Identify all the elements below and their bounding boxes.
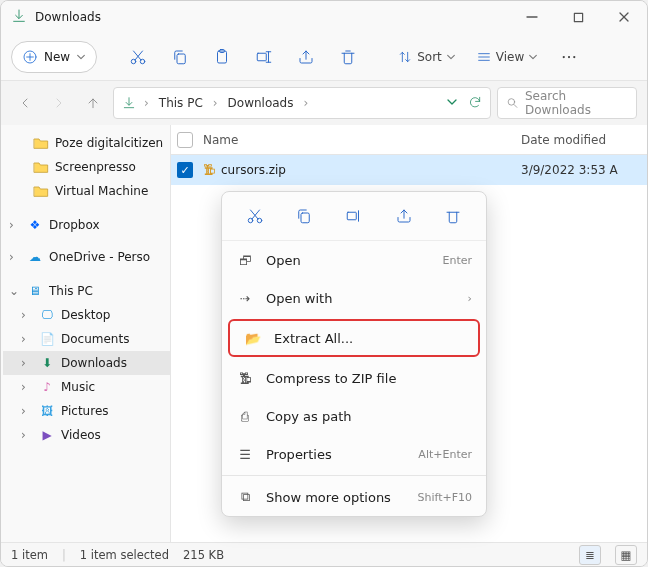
chevron-down-icon[interactable] — [446, 96, 458, 111]
breadcrumb-current[interactable]: Downloads — [226, 96, 296, 110]
address-row: › This PC › Downloads › Search Downloads — [1, 81, 647, 125]
column-date[interactable]: Date modified — [521, 133, 641, 147]
copy-path-icon: ⎙ — [236, 409, 254, 424]
ctx-copy-icon[interactable] — [286, 200, 322, 232]
sidebar-item-pictures[interactable]: ›🖼Pictures — [3, 399, 170, 423]
tiles-view-button[interactable]: ▦ — [615, 545, 637, 565]
copy-icon[interactable] — [161, 39, 199, 75]
svg-point-25 — [508, 99, 515, 106]
minimize-button[interactable] — [509, 1, 555, 33]
column-name[interactable]: Name — [203, 133, 511, 147]
svg-point-24 — [573, 55, 575, 57]
search-placeholder: Search Downloads — [525, 89, 628, 117]
svg-point-23 — [568, 55, 570, 57]
chevron-right-icon: › — [140, 96, 153, 110]
chevron-right-icon: › — [468, 292, 472, 305]
new-button[interactable]: New — [11, 41, 97, 73]
ctx-properties[interactable]: ☰ Properties Alt+Enter — [222, 435, 486, 473]
svg-line-30 — [250, 210, 258, 219]
window-title: Downloads — [35, 10, 101, 24]
ctx-cut-icon[interactable] — [237, 200, 273, 232]
search-icon — [506, 96, 519, 110]
properties-icon: ☰ — [236, 447, 254, 462]
ctx-open-with[interactable]: ⇢ Open with › — [222, 279, 486, 317]
sidebar-item-dropbox[interactable]: ›❖Dropbox — [3, 213, 170, 237]
sidebar-item-thispc[interactable]: ⌄🖥This PC — [3, 279, 170, 303]
sort-button[interactable]: Sort — [389, 39, 464, 75]
view-button[interactable]: View — [468, 39, 546, 75]
new-label: New — [44, 50, 70, 64]
open-with-icon: ⇢ — [236, 291, 254, 306]
svg-rect-31 — [301, 213, 309, 223]
svg-rect-1 — [574, 13, 582, 21]
sidebar-item-desktop[interactable]: ›🖵Desktop — [3, 303, 170, 327]
ctx-delete-icon[interactable] — [435, 200, 471, 232]
svg-line-9 — [135, 51, 143, 60]
svg-line-26 — [514, 105, 517, 108]
forward-button[interactable] — [45, 89, 73, 117]
column-headers: Name Date modified — [171, 125, 647, 155]
ctx-extract-all[interactable]: 📂 Extract All... — [228, 319, 480, 357]
title-bar: Downloads — [1, 1, 647, 33]
svg-line-10 — [134, 51, 142, 60]
svg-point-22 — [563, 55, 565, 57]
more-button[interactable] — [550, 39, 588, 75]
ctx-compress[interactable]: 🗜 Compress to ZIP file — [222, 359, 486, 397]
zip-file-icon: 🗜 — [203, 163, 215, 177]
up-button[interactable] — [79, 89, 107, 117]
command-bar: New Sort View — [1, 33, 647, 81]
sidebar-item-documents[interactable]: ›📄Documents — [3, 327, 170, 351]
refresh-icon[interactable] — [468, 95, 482, 112]
ctx-share-icon[interactable] — [386, 200, 422, 232]
svg-rect-14 — [257, 53, 266, 61]
breadcrumb-root[interactable]: This PC — [157, 96, 205, 110]
file-name: cursors.zip — [221, 163, 286, 177]
window-icon — [11, 8, 27, 27]
sidebar-item-poze[interactable]: Poze digitalcitizen — [3, 131, 170, 155]
more-options-icon: ⧉ — [236, 489, 254, 505]
sidebar-item-vm[interactable]: Virtual Machine — [3, 179, 170, 203]
sidebar-item-downloads[interactable]: ›⬇Downloads — [3, 351, 170, 375]
svg-rect-32 — [347, 212, 356, 220]
context-menu: 🗗 Open Enter ⇢ Open with › 📂 Extract All… — [221, 191, 487, 517]
selection-text: 1 item selected — [80, 548, 169, 562]
file-row[interactable]: ✓ 🗜 cursors.zip 3/9/2022 3:53 A — [171, 155, 647, 185]
selection-size: 215 KB — [183, 548, 224, 562]
share-icon[interactable] — [287, 39, 325, 75]
chevron-right-icon: › — [299, 96, 312, 110]
file-date: 3/9/2022 3:53 A — [521, 163, 641, 177]
select-all-checkbox[interactable] — [177, 132, 193, 148]
item-count: 1 item — [11, 548, 48, 562]
address-bar[interactable]: › This PC › Downloads › — [113, 87, 491, 119]
maximize-button[interactable] — [555, 1, 601, 33]
sidebar-item-screenpresso[interactable]: Screenpresso — [3, 155, 170, 179]
compress-icon: 🗜 — [236, 371, 254, 386]
cut-icon[interactable] — [119, 39, 157, 75]
status-bar: 1 item | 1 item selected 215 KB ≣ ▦ — [1, 542, 647, 566]
ctx-copy-path[interactable]: ⎙ Copy as path — [222, 397, 486, 435]
svg-line-29 — [252, 210, 260, 219]
close-button[interactable] — [601, 1, 647, 33]
ctx-show-more[interactable]: ⧉ Show more options Shift+F10 — [222, 478, 486, 516]
file-checkbox[interactable]: ✓ — [177, 162, 193, 178]
ctx-rename-icon[interactable] — [336, 200, 372, 232]
open-icon: 🗗 — [236, 253, 254, 268]
details-view-button[interactable]: ≣ — [579, 545, 601, 565]
sidebar-item-videos[interactable]: ›▶Videos — [3, 423, 170, 447]
extract-icon: 📂 — [244, 331, 262, 346]
sidebar-item-music[interactable]: ›♪Music — [3, 375, 170, 399]
ctx-open[interactable]: 🗗 Open Enter — [222, 241, 486, 279]
navigation-tree: Poze digitalcitizen Screenpresso Virtual… — [1, 125, 171, 542]
back-button[interactable] — [11, 89, 39, 117]
search-input[interactable]: Search Downloads — [497, 87, 637, 119]
chevron-right-icon: › — [209, 96, 222, 110]
paste-icon[interactable] — [203, 39, 241, 75]
delete-icon[interactable] — [329, 39, 367, 75]
svg-rect-11 — [177, 54, 185, 64]
sidebar-item-onedrive[interactable]: ›☁OneDrive - Perso — [3, 245, 170, 269]
rename-icon[interactable] — [245, 39, 283, 75]
